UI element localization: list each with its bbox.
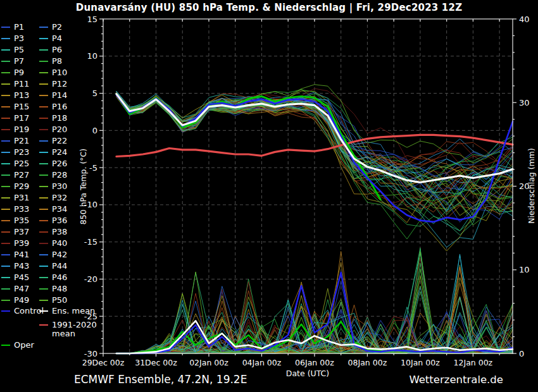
legend-item-P6: P6 bbox=[39, 45, 62, 54]
member-line-swatch bbox=[1, 231, 10, 233]
meteogram-page: Dunavarsány (HU) 850 hPa Temp. & Nieders… bbox=[0, 0, 538, 392]
legend-item-P35: P35 bbox=[1, 216, 29, 225]
legend-label: P49 bbox=[14, 295, 29, 305]
legend-item-P28: P28 bbox=[39, 170, 67, 180]
member-line-swatch bbox=[39, 27, 48, 28]
legend-item-P2: P2 bbox=[39, 22, 62, 32]
y-left-tick-label: -20 bbox=[84, 274, 97, 284]
legend-label: P2 bbox=[52, 22, 62, 32]
x-tick-label: 29Dec 00z bbox=[82, 358, 125, 367]
legend-item-P32: P32 bbox=[39, 193, 67, 202]
legend-label: P4 bbox=[52, 34, 62, 43]
legend-label: P50 bbox=[52, 295, 67, 305]
legend-label: P3 bbox=[14, 34, 24, 43]
legend-item-P7: P7 bbox=[1, 56, 24, 66]
legend-label: P1 bbox=[14, 22, 24, 32]
member-line-swatch bbox=[1, 266, 10, 267]
member-line-swatch bbox=[39, 254, 48, 255]
member-line-swatch bbox=[1, 300, 10, 301]
member-line-swatch bbox=[1, 254, 10, 255]
legend-item-P1: P1 bbox=[1, 22, 24, 32]
legend-label: P35 bbox=[14, 216, 29, 225]
member-line-swatch bbox=[1, 163, 10, 164]
legend-label: P46 bbox=[52, 273, 67, 282]
legend-item-clim-mean: 1991-2020 mean bbox=[39, 321, 97, 338]
legend-item-P39: P39 bbox=[1, 238, 29, 248]
member-line-swatch bbox=[1, 277, 10, 278]
member-line-swatch bbox=[39, 220, 48, 221]
y-axis-left-label: 850 hPa Temp. (°C) bbox=[78, 149, 88, 224]
member-line-swatch bbox=[39, 277, 48, 278]
legend-label: P45 bbox=[14, 273, 29, 282]
x-axis-label: Date (UTC) bbox=[286, 369, 329, 378]
legend-label: P33 bbox=[14, 204, 29, 214]
member-line-swatch bbox=[1, 72, 10, 73]
legend-label: P20 bbox=[52, 125, 67, 134]
member-line-swatch bbox=[39, 288, 48, 290]
member-line-swatch bbox=[39, 231, 48, 233]
legend-label: P32 bbox=[52, 193, 67, 202]
member-line-swatch bbox=[39, 243, 48, 244]
member-line-swatch bbox=[1, 140, 10, 142]
member-line-swatch bbox=[39, 300, 48, 301]
legend-item-P8: P8 bbox=[39, 56, 62, 66]
legend-label: P43 bbox=[14, 261, 29, 271]
member-line-swatch bbox=[39, 266, 48, 267]
legend-label: P26 bbox=[52, 159, 67, 168]
legend-item-P5: P5 bbox=[1, 45, 24, 54]
member-line-swatch bbox=[1, 38, 10, 39]
member-line-swatch bbox=[39, 106, 48, 107]
legend-label: P16 bbox=[52, 102, 67, 111]
member-line-swatch bbox=[1, 175, 10, 176]
legend-label-oper: Oper bbox=[14, 340, 34, 350]
legend-label: P23 bbox=[14, 147, 29, 157]
legend-item-P47: P47 bbox=[1, 284, 29, 293]
member-line-swatch bbox=[1, 288, 10, 290]
legend-label: P21 bbox=[14, 136, 29, 145]
legend-item-P3: P3 bbox=[1, 34, 24, 43]
legend-item-P30: P30 bbox=[39, 181, 67, 191]
legend-item-P31: P31 bbox=[1, 193, 29, 202]
legend-label: P47 bbox=[14, 284, 29, 293]
legend-item-control: Control bbox=[1, 306, 44, 315]
legend-item-P18: P18 bbox=[39, 113, 67, 123]
footer-branding: Wetterzentrale.de bbox=[409, 374, 503, 386]
legend-item-P27: P27 bbox=[1, 170, 29, 180]
legend-label: P38 bbox=[52, 227, 67, 236]
member-line-swatch bbox=[39, 83, 48, 85]
legend-label: P36 bbox=[52, 216, 67, 225]
y-left-tick-label: 10 bbox=[87, 51, 97, 61]
x-tick-label: 02Jan 00z bbox=[189, 358, 228, 367]
legend-item-P17: P17 bbox=[1, 113, 29, 123]
legend-label: P9 bbox=[14, 68, 24, 77]
member-line-swatch bbox=[39, 38, 48, 39]
legend-label: P39 bbox=[14, 238, 29, 248]
legend-item-P25: P25 bbox=[1, 159, 29, 168]
oper-line-swatch bbox=[1, 345, 10, 346]
legend-label: P42 bbox=[52, 250, 67, 259]
y-right-tick-label: 40 bbox=[519, 15, 530, 24]
legend-item-P26: P26 bbox=[39, 159, 67, 168]
y-left-tick-label: 0 bbox=[92, 126, 97, 135]
legend-label: P30 bbox=[52, 181, 67, 191]
member-line-swatch bbox=[1, 95, 10, 96]
legend-item-P37: P37 bbox=[1, 227, 29, 236]
member-line-swatch bbox=[39, 118, 48, 119]
legend-item-oper: Oper bbox=[1, 340, 34, 350]
x-tick-label: 31Dec 00z bbox=[135, 358, 177, 367]
legend-item-P11: P11 bbox=[1, 79, 29, 89]
member-line-swatch bbox=[39, 152, 48, 153]
legend-item-P36: P36 bbox=[39, 216, 67, 225]
y-left-tick-label: 15 bbox=[87, 15, 97, 24]
member-line-swatch bbox=[1, 220, 10, 221]
legend-label: P24 bbox=[52, 147, 67, 157]
legend-item-P24: P24 bbox=[39, 147, 67, 157]
legend-label: P25 bbox=[14, 159, 29, 168]
member-line-swatch bbox=[1, 243, 10, 244]
legend-label: P10 bbox=[52, 68, 67, 77]
footer-model-info: ECMWF Ensemble, 47.2N, 19.2E bbox=[74, 373, 247, 386]
member-line-swatch bbox=[1, 197, 10, 199]
legend-label: P8 bbox=[52, 56, 62, 66]
legend-item-P40: P40 bbox=[39, 238, 67, 248]
legend-item-P23: P23 bbox=[1, 147, 29, 157]
